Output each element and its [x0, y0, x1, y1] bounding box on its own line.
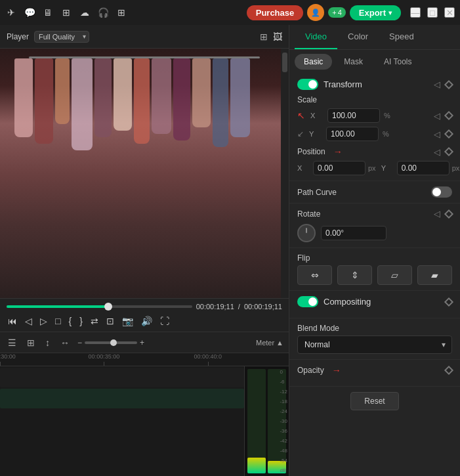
compositing-kf-diamond[interactable] [444, 297, 453, 306]
minimize-button[interactable]: — [410, 7, 421, 18]
transform-toggle[interactable] [297, 79, 318, 90]
rotate-section: Rotate ◁ [289, 204, 460, 248]
zoom-slider[interactable] [85, 341, 137, 344]
flip-h-button[interactable]: ⇔ [297, 265, 332, 285]
subtab-aitools[interactable]: AI Tools [375, 54, 421, 70]
rotate-kf-diamond[interactable] [444, 209, 453, 218]
fullscreen-button[interactable]: ⊡ [105, 314, 115, 328]
rotate-input[interactable] [321, 226, 387, 240]
tab-speed[interactable]: Speed [379, 25, 425, 49]
rotate-dial[interactable] [297, 224, 316, 242]
chat-icon: 💬 [24, 7, 35, 18]
play-button[interactable]: ▷ [39, 314, 49, 328]
timeline-tool-3[interactable]: ↕ [43, 336, 52, 349]
path-curve-section: Path Curve [289, 181, 460, 204]
scale-x-unit: % [384, 112, 390, 119]
time-separator: / [238, 303, 240, 311]
meter-label: Meter ▲ [256, 339, 283, 347]
compositing-header: Compositing [297, 296, 452, 307]
transform-title: Transform [324, 79, 362, 89]
timeline-tool-2[interactable]: ⊞ [24, 336, 37, 349]
opacity-kf-btns [446, 367, 452, 374]
player-header-right: ⊞ 🖼 [260, 32, 282, 42]
tab-video[interactable]: Video [295, 25, 337, 49]
scale-y-input[interactable] [326, 127, 379, 141]
mark-in-button[interactable]: { [67, 314, 73, 328]
stop-button[interactable]: □ [54, 314, 62, 328]
expand-button[interactable]: ⛶ [159, 314, 171, 328]
pos-y-unit: px [452, 164, 460, 172]
reset-button[interactable]: Reset [350, 392, 398, 410]
kf-prev-button[interactable]: ◁ [432, 79, 442, 89]
mark-out-button[interactable]: } [78, 314, 84, 328]
apps-icon: ⊞ [115, 7, 127, 18]
zoom-minus-icon[interactable]: − [77, 338, 82, 347]
opacity-header: Opacity → [297, 365, 452, 376]
scale-y-kf: ◁ [432, 129, 452, 139]
grid-view-icon[interactable]: ⊞ [260, 32, 268, 42]
scale-x-label: X [310, 112, 324, 119]
close-button[interactable]: ✕ [444, 7, 455, 18]
pos-y-field: Y px [381, 161, 460, 175]
scale-x-input[interactable] [327, 108, 380, 123]
loop-button[interactable]: ⇄ [89, 314, 100, 328]
opacity-kf-diamond[interactable] [444, 366, 453, 375]
scale-y-label: Y [309, 130, 322, 138]
blend-mode-select[interactable]: Normal Multiply Screen Overlay [297, 335, 452, 354]
pos-kf-diamond[interactable] [444, 147, 453, 156]
snapshot-button[interactable]: 📷 [121, 314, 135, 328]
zoom-plus-icon[interactable]: + [140, 338, 144, 347]
ruler-label-1: 00:00:35:00 [89, 353, 120, 360]
flip-label: Flip [297, 253, 310, 263]
pos-y-input[interactable] [397, 161, 450, 175]
path-curve-knob [432, 188, 441, 196]
quality-select[interactable]: Full Quality [34, 31, 89, 43]
progress-bar[interactable] [7, 305, 192, 308]
playback-controls: ⏮ ◁ ▷ □ { } ⇄ ⊡ 📷 🔊 ⛶ [7, 314, 282, 328]
ruler-label-2: 00:00:40:0 [194, 353, 222, 360]
compositing-toggle[interactable] [297, 296, 318, 307]
layers-icon: ⊞ [60, 7, 72, 18]
scale-x-kf-prev[interactable]: ◁ [432, 111, 442, 121]
skip-back-button[interactable]: ⏮ [7, 314, 18, 328]
timeline-tool-1[interactable]: ☰ [5, 336, 19, 349]
transform-section: Transform ◁ Scale ↖ X % ◁ ↙ Y [289, 74, 460, 181]
mirror-v-button[interactable]: ▰ [417, 265, 452, 285]
audio-button[interactable]: 🔊 [140, 314, 154, 328]
rotate-kf-prev[interactable]: ◁ [432, 209, 442, 219]
flip-v-button[interactable]: ⇕ [337, 265, 372, 285]
pos-kf-prev[interactable]: ◁ [432, 147, 442, 157]
plus-count: 4 [338, 9, 342, 16]
subtab-basic[interactable]: Basic [295, 54, 332, 70]
scale-y-unit: % [383, 130, 389, 138]
scale-y-kf-prev[interactable]: ◁ [432, 129, 442, 139]
mirror-h-button[interactable]: ▱ [377, 265, 412, 285]
scale-label: Scale [297, 95, 452, 104]
purchase-button[interactable]: Purchase [247, 5, 304, 20]
timeline-area: ☰ ⊞ ↕ ↔ − + Meter ▲ 00:00 [0, 332, 289, 476]
subtab-mask[interactable]: Mask [335, 54, 372, 70]
video-scrollbar[interactable] [281, 49, 289, 298]
flip-row: ⇔ ⇕ ▱ ▰ [297, 265, 452, 285]
pos-x-input[interactable] [313, 161, 366, 175]
image-view-icon[interactable]: 🖼 [273, 32, 282, 42]
export-button[interactable]: Export ▾ [350, 5, 401, 20]
avatar: 👤 [307, 4, 324, 21]
current-time: 00:00:19;11 [196, 303, 234, 311]
timeline-tool-4[interactable]: ↔ [58, 336, 72, 349]
scale-y-kf-diamond[interactable] [444, 129, 453, 139]
pos-x-label: X [297, 164, 310, 172]
ruler-tick-2 [208, 362, 209, 366]
pos-y-label: Y [381, 164, 394, 172]
transform-keyframe-diamond[interactable] [444, 79, 453, 89]
zoom-slider-container: − + [77, 338, 144, 347]
path-curve-toggle[interactable] [431, 186, 452, 198]
step-back-button[interactable]: ◁ [24, 314, 33, 328]
window-controls: — □ ✕ [410, 7, 455, 18]
progress-thumb [104, 303, 112, 311]
maximize-button[interactable]: □ [427, 7, 438, 18]
transform-toggle-knob [308, 80, 317, 89]
scale-x-kf-diamond[interactable] [444, 111, 453, 120]
progress-fill [7, 305, 108, 308]
tab-color[interactable]: Color [337, 25, 379, 49]
